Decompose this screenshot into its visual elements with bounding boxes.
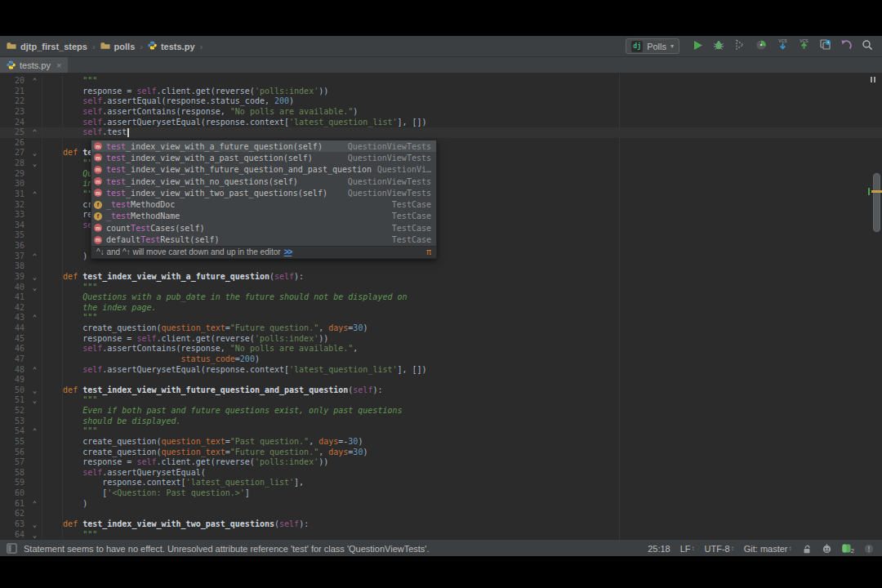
vcs-update-button[interactable]: VCS	[773, 38, 792, 56]
fold-down-icon[interactable]: ⌄	[28, 272, 42, 283]
code-line[interactable]: 20⌃ """	[0, 76, 882, 87]
code-line[interactable]: 61⌃ )	[0, 499, 882, 510]
code-line[interactable]: 55 create_question(question_text="Past q…	[0, 437, 882, 448]
breadcrumb-item-polls[interactable]: polls	[100, 42, 136, 51]
code-line[interactable]: 43⌃ """	[0, 313, 882, 323]
fold-up-icon[interactable]: ⌃	[28, 252, 42, 262]
breadcrumb-item-djtp_first_steps[interactable]: djtp_first_steps	[7, 42, 87, 51]
hint-more-link[interactable]: >>	[284, 247, 292, 256]
toolwindow-toggle-icon[interactable]	[7, 543, 17, 554]
code-line[interactable]: 22 self.assertEqual(response.status_code…	[0, 96, 882, 107]
code-line[interactable]: 25⌃ self.test	[0, 127, 882, 138]
code-line[interactable]: 57 response = self.client.get(reverse('p…	[0, 457, 882, 468]
fold-gutter	[28, 416, 42, 427]
code-token: test_index_view_with_future_question_and…	[82, 385, 348, 394]
profiler-button[interactable]	[751, 38, 771, 56]
completion-item[interactable]: f_testMethodDocTestCase	[91, 198, 436, 210]
scrollbar-thumb[interactable]	[873, 173, 880, 232]
lock-icon[interactable]	[802, 544, 812, 554]
code-line[interactable]: 56 create_question(question_text="Future…	[0, 448, 882, 458]
fold-up-icon[interactable]: ⌃	[28, 313, 42, 323]
fold-up-icon[interactable]: ⌃	[28, 426, 42, 437]
fold-up-icon[interactable]: ⌃	[28, 76, 42, 87]
code-token: self	[82, 468, 102, 477]
completion-item[interactable]: f_testMethodNameTestCase	[91, 211, 436, 222]
fold-down-icon[interactable]: ⌄	[28, 519, 42, 530]
code-line[interactable]: 64⌄ """	[0, 530, 882, 540]
breadcrumb-item-tests-py[interactable]: tests.py	[148, 41, 195, 51]
code-line[interactable]: 47 status_code=200)	[0, 354, 882, 365]
code-line[interactable]: 58 self.assertQuerysetEqual(	[0, 468, 882, 479]
inspector-hector-icon[interactable]	[822, 543, 832, 554]
code-line[interactable]: 63⌄ def test_index_view_with_two_past_qu…	[0, 519, 882, 530]
warning-stripe-mark[interactable]	[871, 190, 882, 193]
code-line[interactable]: 38	[0, 261, 882, 272]
code-line[interactable]: 49	[0, 375, 882, 385]
highlighting-level-widget[interactable]: 2	[842, 544, 854, 553]
code-line[interactable]: 60 ['<Question: Past question.>']	[0, 488, 882, 499]
code-line[interactable]: 39⌄ def test_index_view_with_a_future_qu…	[0, 272, 882, 283]
code-token: )	[43, 252, 87, 261]
completion-item[interactable]: mdefaultTestResult(self)TestCase	[91, 234, 436, 245]
code-line[interactable]: 52 Even if both past and future question…	[0, 406, 882, 416]
code-token: ,	[309, 437, 318, 446]
run-button[interactable]	[688, 38, 707, 56]
fold-down-icon[interactable]: ⌄	[28, 385, 42, 396]
line-ending-widget[interactable]: LF↕	[680, 544, 695, 554]
fold-down-icon[interactable]: ⌄	[28, 395, 42, 406]
caret-position-widget[interactable]: 25:18	[648, 544, 670, 554]
completion-text: Cases(self)	[150, 224, 204, 233]
code-line[interactable]: 48⌃ self.assertQuerysetEqual(response.co…	[0, 365, 882, 376]
code-editor[interactable]: 20⌃ """21 response = self.client.get(rev…	[0, 74, 882, 539]
search-button[interactable]	[858, 38, 877, 56]
completion-item[interactable]: mcountTestCases(self)TestCase	[91, 222, 436, 234]
fold-down-icon[interactable]: ⌄	[28, 283, 42, 293]
code-token: response =	[43, 457, 136, 466]
fold-up-icon[interactable]: ⌃	[28, 189, 42, 200]
fold-up-icon[interactable]: ⌃	[28, 127, 42, 138]
debug-button[interactable]	[709, 38, 728, 56]
fold-up-icon[interactable]: ⌃	[28, 499, 42, 510]
tab-tests-py[interactable]: tests.py ×	[0, 57, 68, 73]
relevance-sort-icon[interactable]: π	[426, 247, 431, 256]
completion-item[interactable]: mtest_index_view_with_two_past_questions…	[91, 187, 436, 198]
encoding-widget[interactable]: UTF-8↕	[705, 544, 734, 554]
code-token: should be displayed.	[43, 416, 181, 425]
completion-item[interactable]: mtest_index_view_with_no_questions(self)…	[91, 176, 436, 187]
vcs-branch-widget[interactable]: Git: master↕	[744, 544, 792, 554]
coverage-button[interactable]	[730, 38, 750, 56]
code-token: "Past question."	[230, 437, 309, 446]
code-line[interactable]: 50⌄ def test_index_view_with_future_ques…	[0, 385, 882, 396]
fold-down-icon[interactable]: ⌄	[28, 148, 42, 158]
inspection-indicator-icon[interactable]	[871, 77, 875, 82]
code-line[interactable]: 42 the index page.	[0, 303, 882, 314]
code-line[interactable]: 44 create_question(question_text="Future…	[0, 323, 882, 334]
code-line[interactable]: 54⌃ """	[0, 426, 882, 437]
run-configuration-select[interactable]: dj Polls ▾	[626, 38, 679, 54]
code-line[interactable]: 40⌄ """	[0, 283, 882, 293]
code-line[interactable]: 46 self.assertContains(response, "No pol…	[0, 344, 882, 354]
vcs-commit-button[interactable]: VCS	[794, 38, 813, 56]
code-line[interactable]: 51⌄ """	[0, 395, 882, 406]
completion-item[interactable]: mtest_index_view_with_future_question_an…	[91, 164, 436, 176]
code-text: Even if both past and future questions e…	[42, 406, 403, 416]
changes-button[interactable]	[815, 38, 835, 56]
completion-origin-class: TestCase	[392, 212, 431, 220]
code-line[interactable]: 62	[0, 509, 882, 519]
code-line[interactable]: 24 self.assertQuerysetEqual(response.con…	[0, 118, 882, 128]
code-line[interactable]: 45 response = self.client.get(reverse('p…	[0, 334, 882, 345]
code-line[interactable]: 59 response.context['latest_question_lis…	[0, 478, 882, 488]
line-number: 44	[0, 323, 28, 334]
fold-down-icon[interactable]: ⌄	[28, 530, 42, 540]
completion-item[interactable]: mtest_index_view_with_a_future_question(…	[91, 140, 436, 152]
completion-item[interactable]: mtest_index_view_with_a_past_question(se…	[91, 152, 436, 163]
fold-up-icon[interactable]: ⌃	[28, 365, 42, 376]
close-icon[interactable]: ×	[56, 60, 61, 70]
code-line[interactable]: 23 self.assertContains(response, "No pol…	[0, 107, 882, 118]
event-log-icon[interactable]	[864, 544, 874, 554]
code-line[interactable]: 21 response = self.client.get(reverse('p…	[0, 87, 882, 97]
rollback-button[interactable]	[836, 38, 856, 56]
code-line[interactable]: 53 should be displayed.	[0, 416, 882, 427]
fold-down-icon[interactable]: ⌄	[28, 158, 42, 169]
code-line[interactable]: 41 Questions with a pub_date in the futu…	[0, 292, 882, 303]
